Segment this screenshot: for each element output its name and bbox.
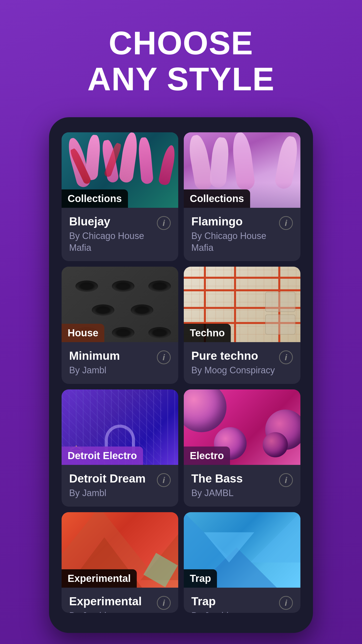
card-bluejay[interactable]: Collections Bluejay By Chicago House Maf… — [62, 132, 178, 261]
info-icon-bass[interactable]: i — [279, 473, 293, 487]
card-info-minimum: Minimum By Jambl i — [62, 342, 178, 384]
genre-badge-bass: Electro — [184, 447, 230, 465]
card-subtitle-bluejay: By Chicago House Mafia — [69, 230, 154, 254]
card-subtitle-bass: By JAMBL — [191, 487, 243, 499]
card-image-experimental: Experimental — [62, 512, 178, 588]
info-icon-minimum[interactable]: i — [157, 350, 171, 364]
card-info-flamingo: Flamingo By Chicago House Mafia i — [184, 208, 300, 261]
card-title-techno: Pure techno — [191, 349, 275, 363]
card-info-detroit: Detroit Dream By Jambl i — [62, 465, 178, 507]
genre-badge-minimum: House — [62, 324, 104, 342]
page-title: CHOOSE ANY STYLE — [87, 25, 275, 97]
info-icon-techno[interactable]: i — [279, 350, 293, 364]
card-title-minimum: Minimum — [69, 349, 120, 363]
card-image-minimum: House — [62, 267, 178, 342]
card-minimum[interactable]: House Minimum By Jambl i — [62, 267, 178, 384]
genre-badge-experimental: Experimental — [62, 569, 137, 588]
card-detroit-dream[interactable]: 🏛 Detroit Electro Detroit Dream By Jambl… — [62, 389, 178, 507]
info-icon-experimental[interactable]: i — [157, 596, 171, 610]
card-experimental[interactable]: Experimental Experimental By Jambl i — [62, 512, 178, 613]
card-subtitle-detroit: By Jambl — [69, 487, 146, 499]
card-subtitle-techno: By Moog Conspiracy — [191, 365, 275, 376]
card-trap[interactable]: Trap Trap By Jambl i — [184, 512, 300, 613]
card-title-trap: Trap — [191, 595, 229, 608]
info-icon-trap[interactable]: i — [279, 596, 293, 610]
card-title-detroit: Detroit Dream — [69, 472, 146, 485]
card-info-trap: Trap By Jambl i — [184, 588, 300, 613]
genre-badge-trap: Trap — [184, 569, 217, 588]
card-flamingo[interactable]: Collections Flamingo By Chicago House Ma… — [184, 132, 300, 261]
card-title-bluejay: Bluejay — [69, 215, 154, 228]
genre-badge-techno: Techno — [184, 324, 231, 342]
card-image-techno: Techno — [184, 267, 300, 342]
card-subtitle-trap: By Jambl — [191, 610, 229, 613]
card-image-bluejay: Collections — [62, 132, 178, 208]
card-info-bass: The Bass By JAMBL i — [184, 465, 300, 507]
genre-badge-bluejay: Collections — [62, 189, 128, 208]
genre-badge-detroit: Detroit Electro — [62, 447, 143, 465]
card-image-bass: Electro — [184, 389, 300, 465]
card-image-trap: Trap — [184, 512, 300, 588]
info-icon-bluejay[interactable]: i — [157, 216, 171, 230]
phone-frame: Collections Bluejay By Chicago House Maf… — [49, 117, 313, 633]
card-title-experimental: Experimental — [69, 595, 142, 608]
card-subtitle-minimum: By Jambl — [69, 365, 120, 376]
card-info-bluejay: Bluejay By Chicago House Mafia i — [62, 208, 178, 261]
info-icon-flamingo[interactable]: i — [279, 216, 293, 230]
card-info-experimental: Experimental By Jambl i — [62, 588, 178, 613]
card-grid: Collections Bluejay By Chicago House Maf… — [62, 132, 300, 613]
card-pure-techno[interactable]: Techno Pure techno By Moog Conspiracy i — [184, 267, 300, 384]
card-info-techno: Pure techno By Moog Conspiracy i — [184, 342, 300, 384]
info-icon-detroit[interactable]: i — [157, 473, 171, 487]
card-title-bass: The Bass — [191, 472, 243, 485]
card-image-flamingo: Collections — [184, 132, 300, 208]
card-subtitle-flamingo: By Chicago House Mafia — [191, 230, 277, 254]
card-subtitle-experimental: By Jambl — [69, 610, 142, 613]
genre-badge-flamingo: Collections — [184, 189, 250, 208]
card-image-detroit: 🏛 Detroit Electro — [62, 389, 178, 465]
card-title-flamingo: Flamingo — [191, 215, 277, 228]
card-the-bass[interactable]: Electro The Bass By JAMBL i — [184, 389, 300, 507]
